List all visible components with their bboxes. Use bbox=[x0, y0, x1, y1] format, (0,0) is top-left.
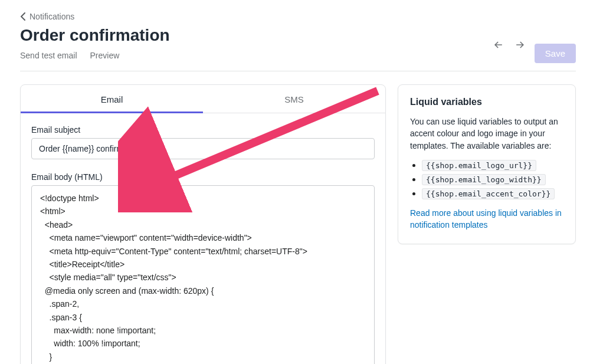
email-subject-label: Email subject bbox=[31, 125, 375, 135]
email-body-textarea[interactable] bbox=[31, 185, 375, 364]
tab-sms[interactable]: SMS bbox=[203, 85, 385, 113]
preview-link[interactable]: Preview bbox=[90, 51, 120, 60]
page-title: Order confirmation bbox=[20, 26, 170, 45]
liquid-variables-intro: You can use liquid variables to output a… bbox=[410, 116, 563, 152]
chevron-left-icon bbox=[20, 12, 26, 21]
list-item: {{shop.email_accent_color}} bbox=[422, 188, 563, 199]
list-item: {{shop.email_logo_url}} bbox=[422, 160, 563, 170]
save-button[interactable]: Save bbox=[535, 44, 576, 63]
liquid-variables-list: {{shop.email_logo_url}} {{shop.email_log… bbox=[410, 160, 563, 199]
arrow-right-icon bbox=[514, 39, 526, 51]
liquid-variables-title: Liquid variables bbox=[410, 97, 563, 107]
breadcrumb-back[interactable]: Notifications bbox=[20, 12, 74, 21]
prev-arrow[interactable] bbox=[492, 38, 505, 51]
email-body-label: Email body (HTML) bbox=[31, 172, 375, 182]
liquid-var-code: {{shop.email_logo_url}} bbox=[422, 160, 536, 171]
next-arrow[interactable] bbox=[513, 38, 526, 51]
channel-tabs: Email SMS bbox=[21, 85, 385, 113]
header-divider bbox=[20, 71, 576, 71]
liquid-docs-link[interactable]: Read more about using liquid variables i… bbox=[410, 207, 563, 231]
liquid-var-code: {{shop.email_accent_color}} bbox=[422, 188, 555, 199]
send-test-email-link[interactable]: Send test email bbox=[20, 51, 77, 60]
list-item: {{shop.email_logo_width}} bbox=[422, 174, 563, 185]
arrow-left-icon bbox=[493, 39, 504, 51]
liquid-var-code: {{shop.email_logo_width}} bbox=[422, 174, 546, 185]
email-subject-input[interactable] bbox=[31, 138, 375, 159]
breadcrumb-label: Notifications bbox=[30, 12, 74, 21]
liquid-variables-card: Liquid variables You can use liquid vari… bbox=[398, 84, 576, 244]
template-editor-card: Email SMS Email subject Email body (HTML… bbox=[20, 84, 386, 364]
tab-email[interactable]: Email bbox=[21, 85, 203, 113]
